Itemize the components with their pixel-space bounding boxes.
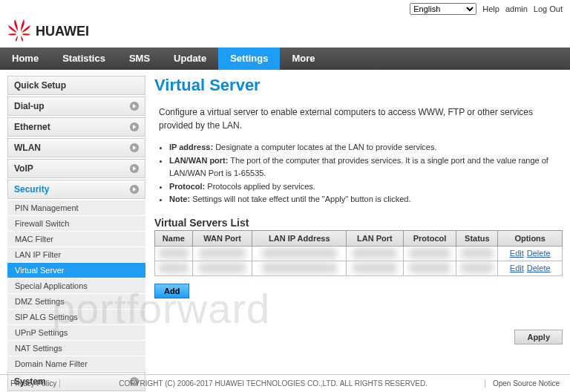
logout-link[interactable]: Log Out (534, 4, 563, 13)
nav-statistics[interactable]: Statistics (50, 48, 117, 70)
privacy-link[interactable]: Privacy Policy (7, 379, 60, 388)
top-bar: English Help admin Log Out (0, 0, 570, 18)
sidebar-dial-up[interactable]: Dial-up (7, 97, 145, 116)
bullet-port: LAN/WAN port: The port of the computer t… (169, 154, 563, 180)
sidebar-sub-pin-management[interactable]: PIN Management (7, 200, 145, 215)
info-bullets: IP address: Designate a computer locates… (159, 141, 563, 206)
apply-button[interactable]: Apply (514, 330, 563, 344)
bullet-ip: IP address: Designate a computer locates… (169, 141, 563, 154)
edit-link[interactable]: Edit (510, 264, 524, 272)
sidebar-sub-special-applications[interactable]: Special Applications (7, 278, 145, 293)
admin-link[interactable]: admin (505, 4, 528, 13)
nav-sms[interactable]: SMS (117, 48, 162, 70)
table-row: EditDelete (155, 246, 563, 261)
col-lan-port: LAN Port (347, 230, 403, 246)
add-button[interactable]: Add (154, 284, 189, 298)
chevron-right-icon (130, 122, 139, 131)
delete-link[interactable]: Delete (527, 264, 551, 272)
bullet-note: Note: Settings will not take effect unti… (169, 193, 563, 206)
nav-home[interactable]: Home (0, 48, 50, 70)
language-select[interactable]: English (410, 3, 476, 15)
main-nav: Home Statistics SMS Update Settings More (0, 48, 570, 70)
huawei-logo-icon: HUAWEI (7, 18, 119, 43)
sidebar-wlan[interactable]: WLAN (7, 138, 145, 157)
col-lan-ip: LAN IP Address (252, 230, 347, 246)
chevron-right-icon (130, 185, 139, 194)
table-row: EditDelete (155, 261, 563, 275)
copyright-text: COPYRIGHT (C) 2006-2017 HUAWEI TECHNOLOG… (62, 379, 485, 388)
col-wan-port: WAN Port (192, 230, 252, 246)
delete-link[interactable]: Delete (527, 249, 551, 258)
col-name: Name (155, 230, 193, 246)
nav-settings[interactable]: Settings (218, 48, 280, 70)
footer: Privacy Policy COPYRIGHT (C) 2006-2017 H… (0, 374, 570, 392)
sidebar-sub-sip-alg-settings[interactable]: SIP ALG Settings (7, 310, 145, 324)
sidebar-sub-dmz-settings[interactable]: DMZ Settings (7, 294, 145, 309)
sidebar-sub-nat-settings[interactable]: NAT Settings (7, 341, 145, 356)
chevron-right-icon (130, 143, 139, 152)
edit-link[interactable]: Edit (510, 249, 524, 258)
nav-more[interactable]: More (280, 48, 327, 70)
logo-row: HUAWEI (0, 18, 570, 48)
bullet-protocol: Protocol: Protocols applied by services. (169, 180, 563, 194)
chevron-right-icon (130, 102, 139, 111)
page-title: Virtual Server (154, 76, 563, 95)
list-title: Virtual Servers List (154, 217, 563, 229)
sidebar-sub-upnp-settings[interactable]: UPnP Settings (7, 325, 145, 340)
main-panel: Virtual Server Configure a virtual serve… (154, 76, 563, 392)
col-options: Options (498, 230, 563, 246)
sidebar-sub-virtual-server[interactable]: Virtual Server (7, 263, 145, 278)
nav-update[interactable]: Update (162, 48, 218, 70)
intro-text: Configure a virtual server to enable ext… (159, 105, 563, 132)
sidebar-security[interactable]: Security (7, 180, 145, 199)
sidebar: Quick Setup Dial-up Ethernet WLAN VoIP S… (7, 76, 145, 392)
sidebar-voip[interactable]: VoIP (7, 159, 145, 178)
help-link[interactable]: Help (482, 4, 499, 13)
oss-link[interactable]: Open Source Notice (490, 379, 563, 388)
col-protocol: Protocol (403, 230, 456, 246)
brand-text: HUAWEI (36, 24, 89, 39)
sidebar-quick-setup[interactable]: Quick Setup (7, 76, 145, 95)
sidebar-sub-lan-ip-filter[interactable]: LAN IP Filter (7, 247, 145, 262)
sidebar-sub-firewall-switch[interactable]: Firewall Switch (7, 216, 145, 231)
sidebar-sub-mac-filter[interactable]: MAC Filter (7, 232, 145, 246)
sidebar-ethernet[interactable]: Ethernet (7, 117, 145, 137)
chevron-right-icon (130, 164, 139, 173)
col-status: Status (456, 230, 498, 246)
virtual-servers-table: Name WAN Port LAN IP Address LAN Port Pr… (154, 230, 563, 276)
sidebar-sub-domain-name-filter[interactable]: Domain Name Filter (7, 356, 145, 371)
